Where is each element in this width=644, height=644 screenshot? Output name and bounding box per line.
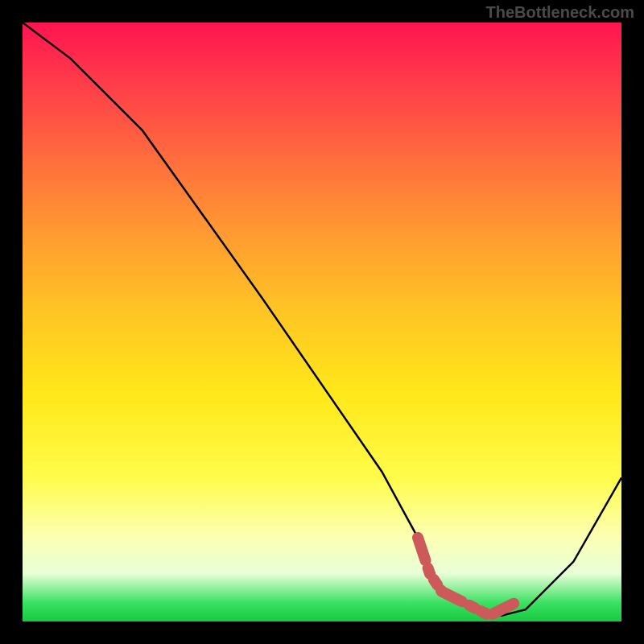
watermark-text: TheBottleneck.com	[486, 3, 634, 22]
sweet-spot-line	[418, 538, 514, 616]
chart-container: TheBottleneck.com	[0, 0, 644, 644]
sweet-spot-dot	[497, 605, 506, 614]
curve-svg	[23, 23, 621, 621]
bottleneck-curve	[23, 23, 621, 616]
sweet-spot-markers	[418, 538, 518, 616]
plot-area	[23, 23, 621, 621]
sweet-spot-dot	[509, 599, 518, 609]
